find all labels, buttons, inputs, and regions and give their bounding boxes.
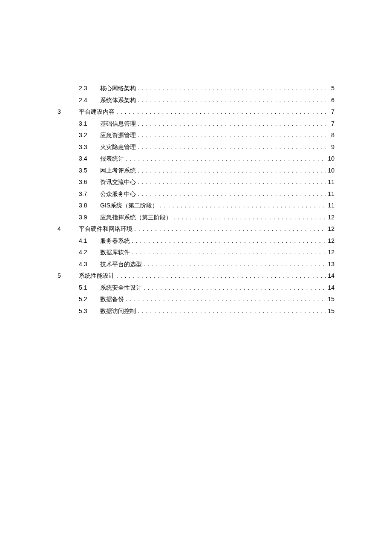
toc-leader-dots	[136, 191, 326, 197]
toc-title: 平台建设内容	[79, 109, 115, 115]
toc-leader-dots	[136, 97, 326, 103]
toc-entry: 4.1服务器系统12	[58, 238, 334, 244]
toc-page-number: 5	[326, 85, 334, 91]
toc-entry: 5系统性能设计14	[58, 273, 334, 279]
toc-leader-dots	[133, 226, 326, 232]
toc-page-number: 13	[326, 261, 334, 267]
toc-page-number: 10	[326, 167, 334, 173]
toc-entry: 3平台建设内容7	[58, 109, 334, 115]
toc-leader-dots	[115, 109, 326, 115]
toc-page-number: 15	[326, 308, 334, 314]
toc-leader-dots	[124, 155, 326, 161]
toc-leader-dots	[142, 261, 326, 267]
toc-title: 报表统计	[100, 155, 124, 161]
toc-title: 核心网络架构	[100, 85, 136, 91]
toc-chapter-number: 5	[58, 273, 79, 279]
toc-entry: 2.3核心网络架构5	[58, 85, 334, 91]
toc-page-number: 11	[326, 179, 334, 185]
toc-leader-dots	[136, 85, 326, 91]
toc-entry: 5.2数据备份15	[58, 296, 334, 302]
toc-page-number: 7	[326, 109, 334, 115]
toc-title: 火灾隐患管理	[100, 144, 136, 150]
toc-entry: 3.2应急资源管理8	[58, 132, 334, 138]
toc-leader-dots	[130, 249, 326, 255]
toc-entry: 4平台硬件和网络环境12	[58, 226, 334, 232]
toc-title: 资讯交流中心	[100, 179, 136, 185]
toc-section-number: 3.5	[79, 167, 100, 173]
toc-entry: 4.3技术平台的选型13	[58, 261, 334, 267]
toc-section-number: 5.3	[79, 308, 100, 314]
toc-title: 数据访问控制	[100, 308, 136, 314]
toc-page-number: 7	[326, 121, 334, 127]
toc-leader-dots	[130, 238, 326, 244]
toc-section-number: 4.3	[79, 261, 100, 267]
toc-page-number: 15	[326, 296, 334, 302]
toc-title: 平台硬件和网络环境	[79, 226, 133, 232]
toc-leader-dots	[142, 285, 326, 290]
toc-section-number: 3.7	[79, 191, 100, 197]
toc-leader-dots	[136, 167, 326, 173]
toc-leader-dots	[136, 121, 326, 127]
toc-section-number: 3.9	[79, 214, 100, 220]
toc-title: 系统安全性设计	[100, 285, 142, 290]
toc-title: 网上考评系统	[100, 167, 136, 173]
toc-page-number: 14	[326, 273, 334, 279]
toc-section-number: 5.2	[79, 296, 100, 302]
toc-leader-dots	[124, 296, 326, 302]
document-page: 2.3核心网络架构52.4系统体系架构63平台建设内容73.1基础信息管理73.…	[0, 0, 392, 314]
toc-title: 应急指挥系统（第三阶段）	[100, 214, 172, 220]
toc-page-number: 11	[326, 202, 334, 208]
toc-entry: 3.8GIS系统（第二阶段）11	[58, 202, 334, 208]
toc-title: 数据备份	[100, 296, 124, 302]
toc-entry: 3.3火灾隐患管理9	[58, 144, 334, 150]
toc-chapter-number: 3	[58, 109, 79, 115]
toc-page-number: 9	[326, 144, 334, 150]
toc-page-number: 12	[326, 226, 334, 232]
toc-entry: 2.4系统体系架构6	[58, 97, 334, 103]
toc-leader-dots	[172, 214, 326, 220]
toc-section-number: 3.3	[79, 144, 100, 150]
toc-section-number: 4.2	[79, 249, 100, 255]
toc-page-number: 12	[326, 249, 334, 255]
toc-page-number: 8	[326, 132, 334, 138]
toc-title: 基础信息管理	[100, 121, 136, 127]
toc-section-number: 4.1	[79, 238, 100, 244]
toc-section-number: 5.1	[79, 285, 100, 290]
toc-title: 数据库软件	[100, 249, 130, 255]
toc-entry: 3.7公众服务中心11	[58, 191, 334, 197]
toc-title: 服务器系统	[100, 238, 130, 244]
toc-leader-dots	[136, 308, 326, 314]
table-of-contents: 2.3核心网络架构52.4系统体系架构63平台建设内容73.1基础信息管理73.…	[58, 85, 334, 314]
toc-title: GIS系统（第二阶段）	[100, 202, 158, 208]
toc-section-number: 2.4	[79, 97, 100, 103]
toc-title: 应急资源管理	[100, 132, 136, 138]
toc-entry: 3.9应急指挥系统（第三阶段）12	[58, 214, 334, 220]
toc-entry: 3.4报表统计10	[58, 155, 334, 161]
toc-leader-dots	[136, 144, 326, 150]
toc-section-number: 3.8	[79, 202, 100, 208]
toc-page-number: 12	[326, 214, 334, 220]
toc-title: 技术平台的选型	[100, 261, 142, 267]
toc-leader-dots	[115, 273, 326, 279]
toc-entry: 5.3数据访问控制15	[58, 308, 334, 314]
toc-entry: 3.1基础信息管理7	[58, 121, 334, 127]
toc-section-number: 3.6	[79, 179, 100, 185]
toc-page-number: 6	[326, 97, 334, 103]
toc-section-number: 2.3	[79, 85, 100, 91]
toc-chapter-number: 4	[58, 226, 79, 232]
toc-leader-dots	[158, 202, 326, 208]
toc-entry: 3.6资讯交流中心11	[58, 179, 334, 185]
toc-title: 系统性能设计	[79, 273, 115, 279]
toc-page-number: 11	[326, 191, 334, 197]
toc-leader-dots	[136, 179, 326, 185]
toc-title: 公众服务中心	[100, 191, 136, 197]
toc-page-number: 14	[326, 285, 334, 290]
toc-entry: 3.5网上考评系统10	[58, 167, 334, 173]
toc-entry: 4.2数据库软件12	[58, 249, 334, 255]
toc-title: 系统体系架构	[100, 97, 136, 103]
toc-leader-dots	[136, 132, 326, 138]
toc-entry: 5.1系统安全性设计14	[58, 285, 334, 290]
toc-section-number: 3.1	[79, 121, 100, 127]
toc-section-number: 3.2	[79, 132, 100, 138]
toc-page-number: 12	[326, 238, 334, 244]
